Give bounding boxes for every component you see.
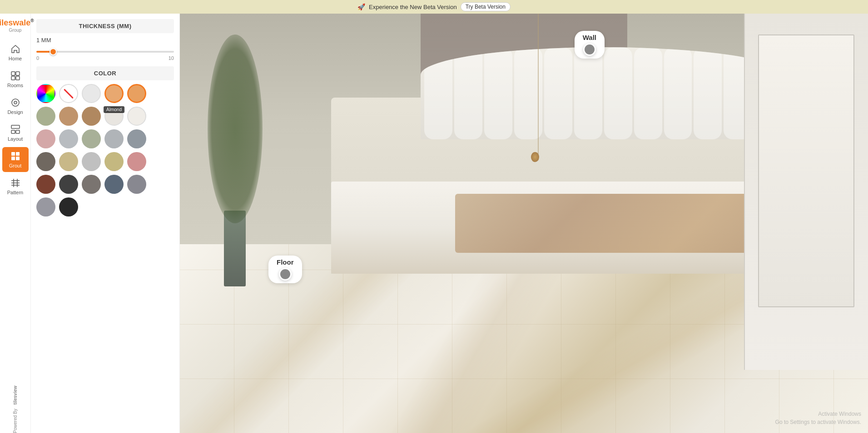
sidebar-item-rooms[interactable]: Rooms <box>2 67 29 92</box>
logo-tiles: tiles <box>0 18 13 27</box>
rose-swatch[interactable] <box>127 152 146 171</box>
activate-line2: Go to Settings to activate Windows. <box>775 418 861 426</box>
charcoal-swatch[interactable] <box>36 152 55 171</box>
banner-message: Experience the New Beta Version <box>369 4 457 10</box>
svg-rect-2 <box>11 76 15 80</box>
rainbow-swatch-wrapper <box>36 84 55 103</box>
floor-label[interactable]: Floor <box>268 256 302 283</box>
thickness-min: 0 <box>36 55 39 61</box>
empty-swatch-wrapper <box>82 84 101 103</box>
logo: tileswale® Group <box>0 18 34 33</box>
midgray-swatch[interactable] <box>127 175 146 194</box>
layout-icon <box>10 124 21 135</box>
thickness-max: 10 <box>169 55 174 61</box>
try-beta-button[interactable]: Try Beta Version <box>461 2 511 11</box>
svg-rect-10 <box>16 152 20 156</box>
rocket-icon: 🚀 <box>357 3 365 10</box>
logo-text: tileswale® <box>0 18 34 28</box>
warmgray-swatch[interactable] <box>82 175 101 194</box>
svg-rect-11 <box>11 157 15 160</box>
scene-container: Wall Floor Activate Windows Go to Settin… <box>180 14 868 433</box>
svg-rect-1 <box>16 72 20 75</box>
svg-rect-12 <box>16 157 20 160</box>
brown-swatch[interactable] <box>36 175 55 194</box>
svg-rect-0 <box>11 72 15 75</box>
headboard <box>421 47 785 139</box>
warmtan-swatch[interactable] <box>104 152 124 171</box>
layout-label: Layout <box>8 136 23 142</box>
almond-color-swatch[interactable] <box>104 84 124 103</box>
empty-color-swatch[interactable] <box>82 84 101 103</box>
floor-toggle[interactable] <box>279 268 292 280</box>
no-color-swatch[interactable] <box>59 84 78 103</box>
svg-point-5 <box>14 101 17 104</box>
grout-icon <box>10 151 21 162</box>
top-banner: 🚀 Experience the New Beta Version Try Be… <box>0 0 868 14</box>
svg-rect-6 <box>11 125 20 128</box>
closet-door <box>758 34 854 307</box>
activate-windows: Activate Windows Go to Settings to activ… <box>775 410 861 426</box>
plant-area <box>208 34 263 286</box>
mgray-swatch[interactable] <box>104 129 124 148</box>
lighttan-swatch[interactable] <box>59 152 78 171</box>
logo-tm: ® <box>30 18 34 23</box>
wall-toggle[interactable] <box>583 43 596 56</box>
almond-tooltip: Almond <box>104 106 124 113</box>
svg-rect-7 <box>11 130 15 133</box>
svg-rect-8 <box>16 130 20 133</box>
pattern-label: Pattern <box>7 190 23 195</box>
sidebar-item-grout[interactable]: Grout <box>2 147 29 172</box>
control-panel: THICKNESS (MM) 1 MM 0 10 COLOR <box>31 14 180 433</box>
pattern-icon <box>10 177 21 188</box>
lgray-swatch[interactable] <box>59 129 78 148</box>
rainbow-color-swatch[interactable] <box>36 84 55 103</box>
dgray-swatch[interactable] <box>127 129 146 148</box>
design-label: Design <box>7 109 23 115</box>
wall-label-text: Wall <box>583 34 596 41</box>
silver-swatch[interactable] <box>82 152 101 171</box>
svg-rect-9 <box>11 152 15 156</box>
rooms-icon <box>10 70 21 81</box>
no-color-line <box>64 89 74 98</box>
sidebar-item-design[interactable]: Design <box>2 93 29 118</box>
svg-rect-3 <box>16 76 20 80</box>
almond-swatch-wrapper: Almond <box>104 84 124 103</box>
sagegreen-swatch[interactable] <box>82 129 101 148</box>
thickness-section: THICKNESS (MM) 1 MM 0 10 <box>36 19 174 61</box>
steelblue-swatch[interactable] <box>104 175 124 194</box>
color-section: COLOR Almond <box>36 66 174 216</box>
rooms-label: Rooms <box>7 83 23 88</box>
lightgray2-swatch[interactable] <box>36 197 55 216</box>
color-row-6 <box>36 197 174 216</box>
sidebar-item-layout[interactable]: Layout <box>2 120 29 145</box>
home-icon <box>10 44 21 54</box>
almond2-swatch-wrapper <box>127 84 146 103</box>
logo-wale: wale <box>13 18 30 27</box>
almond2-color-swatch[interactable] <box>127 84 146 103</box>
main-view: Wall Floor Activate Windows Go to Settin… <box>180 14 868 433</box>
color-row-5 <box>36 175 174 194</box>
powered-by: Powered By tilesview <box>13 381 18 433</box>
color-row-3 <box>36 129 174 148</box>
tan-swatch[interactable] <box>59 107 78 126</box>
offwhite-swatch[interactable] <box>127 107 146 126</box>
design-icon <box>10 97 21 108</box>
sidebar-item-home[interactable]: Home <box>2 40 29 65</box>
mocha-swatch[interactable] <box>82 107 101 126</box>
color-header: COLOR <box>36 66 174 80</box>
sidebar-item-pattern[interactable]: Pattern <box>2 174 29 199</box>
color-row-1: Almond <box>36 84 174 103</box>
pendant-bulb-1 <box>531 152 539 162</box>
color-row-4 <box>36 152 174 171</box>
home-label: Home <box>9 56 22 61</box>
charcoal2-swatch[interactable] <box>59 197 78 216</box>
thickness-header: THICKNESS (MM) <box>36 19 174 33</box>
thickness-value: 1 MM <box>36 37 174 44</box>
no-color-swatch-wrapper <box>59 84 78 103</box>
darkcharcoal-swatch[interactable] <box>59 175 78 194</box>
thickness-slider[interactable] <box>36 51 174 53</box>
pink-swatch[interactable] <box>36 129 55 148</box>
sage-swatch[interactable] <box>36 107 55 126</box>
grout-label: Grout <box>9 163 22 168</box>
wall-label[interactable]: Wall <box>575 31 605 59</box>
